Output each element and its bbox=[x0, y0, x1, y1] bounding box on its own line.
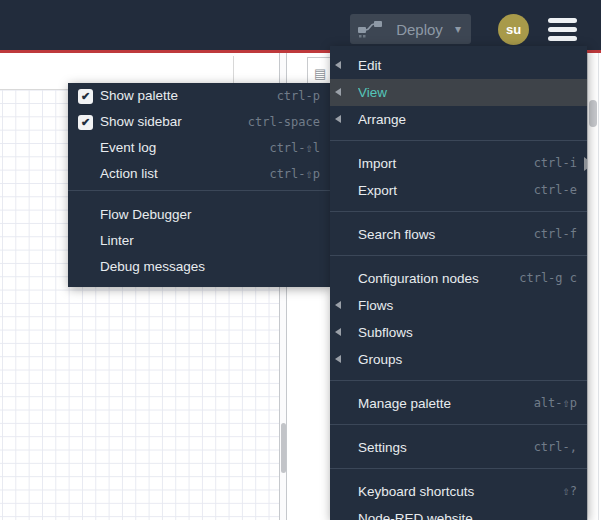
menu-item-shortcut: ctrl-p bbox=[277, 83, 320, 109]
deploy-nodes-icon bbox=[358, 20, 384, 39]
menu-item-flows[interactable]: Flows bbox=[330, 292, 587, 319]
header: Deploy ▾ su bbox=[0, 0, 601, 50]
checkbox-checked-icon[interactable]: ✔ bbox=[78, 115, 93, 130]
menu-item-show-palette[interactable]: ✔ Show palette ctrl-p bbox=[68, 83, 330, 109]
menu-item-action-list[interactable]: ✔ Action list ctrl-⇧p bbox=[68, 161, 330, 187]
checkbox-slot: ✔ bbox=[78, 260, 100, 275]
checkbox-slot: ✔ bbox=[78, 115, 100, 130]
menu-item-label: Arrange bbox=[358, 106, 577, 133]
hamburger-bar bbox=[548, 27, 577, 32]
menu-divider bbox=[330, 255, 587, 256]
menu-item-view[interactable]: View bbox=[330, 79, 587, 106]
menu-item-subflows[interactable]: Subflows bbox=[330, 319, 587, 346]
menu-item-event-log[interactable]: ✔ Event log ctrl-⇧l bbox=[68, 135, 330, 161]
menu-item-shortcut: ctrl-i bbox=[534, 150, 577, 177]
menu-item-label: Show palette bbox=[100, 83, 277, 109]
menu-divider bbox=[68, 190, 330, 191]
deploy-label: Deploy bbox=[384, 21, 455, 38]
menu-divider bbox=[330, 140, 587, 141]
menu-item-search-flows[interactable]: Search flows ctrl-f bbox=[330, 221, 587, 248]
checkbox-slot: ✔ bbox=[78, 167, 100, 182]
menu-item-debug-messages[interactable]: ✔ Debug messages bbox=[68, 254, 330, 280]
checkbox-slot: ✔ bbox=[78, 234, 100, 249]
menu-item-label: Action list bbox=[100, 161, 269, 187]
menu-item-label: Node-RED website bbox=[358, 505, 577, 520]
menu-item-label: Flows bbox=[358, 292, 577, 319]
menu-item-node-red-website[interactable]: Node-RED website bbox=[330, 505, 587, 520]
menu-divider bbox=[330, 468, 587, 469]
menu-item-shortcut: ctrl-e bbox=[534, 177, 577, 204]
sidebar-scrollbar-thumb[interactable] bbox=[589, 100, 597, 127]
submenu-left-arrow-icon bbox=[335, 115, 341, 123]
menu-item-shortcut: ctrl-space bbox=[248, 109, 320, 135]
menu-item-shortcut: ctrl-f bbox=[534, 221, 577, 248]
menu-item-label: Edit bbox=[358, 52, 577, 79]
menu-item-arrange[interactable]: Arrange bbox=[330, 106, 587, 133]
checkbox-slot: ✔ bbox=[78, 89, 100, 104]
menu-item-label: Manage palette bbox=[358, 390, 534, 417]
menu-item-label: Linter bbox=[100, 228, 320, 254]
hamburger-menu-icon[interactable] bbox=[548, 18, 577, 41]
view-submenu: ✔ Show palette ctrl-p ✔ Show sidebar ctr… bbox=[68, 83, 330, 287]
menu-item-shortcut: alt-⇧p bbox=[534, 390, 577, 417]
menu-item-label: Show sidebar bbox=[100, 109, 248, 135]
menu-item-flow-debugger[interactable]: ✔ Flow Debugger bbox=[68, 202, 330, 228]
submenu-left-arrow-icon bbox=[335, 355, 341, 363]
menu-item-label: Flow Debugger bbox=[100, 202, 320, 228]
menu-divider bbox=[330, 380, 587, 381]
menu-item-shortcut: ctrl-⇧l bbox=[269, 135, 320, 161]
workspace-scrollbar-thumb[interactable] bbox=[281, 423, 286, 473]
menu-item-show-sidebar[interactable]: ✔ Show sidebar ctrl-space bbox=[68, 109, 330, 135]
menu-item-shortcut: ⇧? bbox=[563, 478, 577, 505]
menu-item-groups[interactable]: Groups bbox=[330, 346, 587, 373]
menu-item-label: Keyboard shortcuts bbox=[358, 478, 563, 505]
main-menu: Edit View Arrange Import ctrl-i Export c… bbox=[330, 46, 587, 520]
menu-item-edit[interactable]: Edit bbox=[330, 52, 587, 79]
hamburger-bar bbox=[548, 36, 577, 41]
menu-item-label: Debug messages bbox=[100, 254, 320, 280]
sidebar-tab-icon: ▤ bbox=[314, 67, 326, 80]
menu-item-linter[interactable]: ✔ Linter bbox=[68, 228, 330, 254]
menu-divider bbox=[330, 211, 587, 212]
submenu-left-arrow-icon bbox=[335, 301, 341, 309]
menu-item-label: Search flows bbox=[358, 221, 534, 248]
menu-item-configuration-nodes[interactable]: Configuration nodes ctrl-g c bbox=[330, 265, 587, 292]
menu-item-shortcut: ctrl-⇧p bbox=[269, 161, 320, 187]
menu-item-manage-palette[interactable]: Manage palette alt-⇧p bbox=[330, 390, 587, 417]
menu-divider bbox=[330, 424, 587, 425]
submenu-left-arrow-icon bbox=[335, 328, 341, 336]
submenu-left-arrow-icon bbox=[335, 88, 341, 96]
checkbox-slot: ✔ bbox=[78, 208, 100, 223]
user-avatar[interactable]: su bbox=[498, 14, 529, 45]
menu-item-label: Import bbox=[358, 150, 534, 177]
menu-item-shortcut: ctrl-, bbox=[534, 434, 577, 461]
checkbox-slot: ✔ bbox=[78, 141, 100, 156]
submenu-left-arrow-icon bbox=[335, 61, 341, 69]
deploy-button[interactable]: Deploy ▾ bbox=[350, 14, 471, 44]
menu-item-label: Export bbox=[358, 177, 534, 204]
menu-item-label: View bbox=[358, 79, 577, 106]
menu-item-settings[interactable]: Settings ctrl-, bbox=[330, 434, 587, 461]
menu-item-import[interactable]: Import ctrl-i bbox=[330, 150, 587, 177]
chevron-down-icon[interactable]: ▾ bbox=[455, 14, 461, 44]
menu-item-label: Subflows bbox=[358, 319, 577, 346]
menu-item-shortcut: ctrl-g c bbox=[519, 265, 577, 292]
checkbox-checked-icon[interactable]: ✔ bbox=[78, 89, 93, 104]
menu-item-keyboard-shortcuts[interactable]: Keyboard shortcuts ⇧? bbox=[330, 478, 587, 505]
menu-item-label: Settings bbox=[358, 434, 534, 461]
menu-item-label: Configuration nodes bbox=[358, 265, 519, 292]
hamburger-bar bbox=[548, 18, 577, 23]
submenu-right-arrow-icon bbox=[584, 157, 587, 171]
menu-item-export[interactable]: Export ctrl-e bbox=[330, 177, 587, 204]
menu-item-label: Event log bbox=[100, 135, 269, 161]
menu-item-label: Groups bbox=[358, 346, 577, 373]
